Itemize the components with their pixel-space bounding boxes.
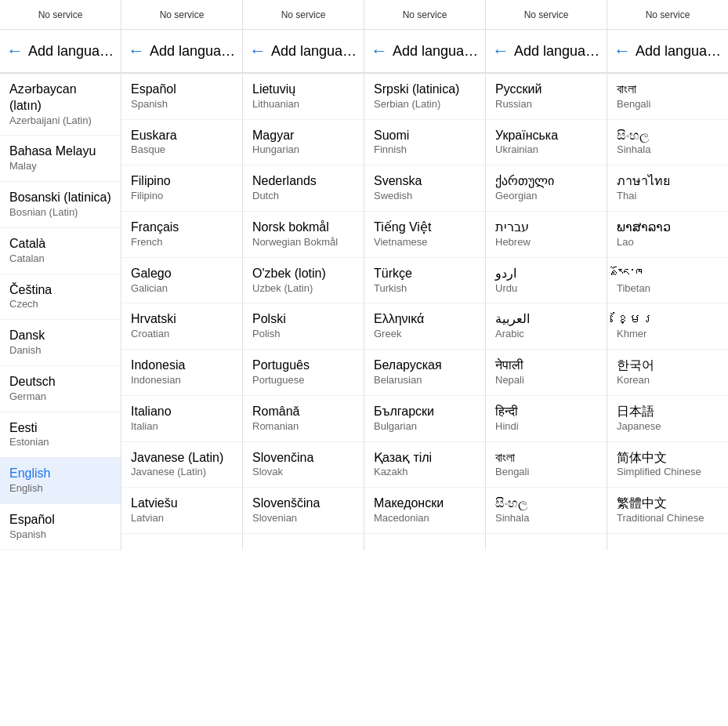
list-item[interactable]: RomânăRomanian: [243, 396, 364, 442]
lang-native-name: Suomi: [374, 128, 476, 144]
lang-native-name: O'zbek (lotin): [252, 266, 354, 282]
lang-native-name: Norsk bokmål: [252, 220, 354, 236]
list-item[interactable]: EnglishEnglish: [0, 458, 121, 504]
lang-english-name: Russian: [495, 98, 597, 111]
list-item[interactable]: PortuguêsPortuguese: [243, 350, 364, 396]
list-item[interactable]: БеларускаяBelarusian: [364, 350, 485, 396]
lang-native-name: Türkçe: [374, 266, 476, 282]
header-cell-1: ←Add language: [121, 30, 243, 72]
list-item[interactable]: O'zbek (lotin)Uzbek (Latin): [243, 258, 364, 304]
lang-english-name: Khmer: [617, 328, 719, 341]
list-item[interactable]: ქართულიGeorgian: [486, 165, 607, 212]
list-item[interactable]: CatalàCatalan: [0, 228, 121, 274]
back-arrow-icon[interactable]: ←: [249, 41, 266, 61]
list-item[interactable]: PolskiPolish: [243, 303, 364, 350]
list-item[interactable]: Javanese (Latin)Javanese (Latin): [121, 442, 242, 488]
list-item[interactable]: اردوUrdu: [486, 258, 607, 304]
lang-native-name: ພາສາລາວ: [617, 220, 719, 236]
list-item[interactable]: Norsk bokmålNorwegian Bokmål: [243, 212, 364, 258]
list-item[interactable]: DanskDanish: [0, 320, 121, 366]
list-item[interactable]: DeutschGerman: [0, 366, 121, 412]
lang-english-name: Simplified Chinese: [617, 466, 719, 479]
list-item[interactable]: MagyarHungarian: [243, 120, 364, 166]
lang-english-name: Hebrew: [495, 236, 597, 249]
lang-english-name: Catalan: [9, 252, 111, 266]
lang-english-name: Estonian: [9, 436, 111, 449]
list-item[interactable]: עבריתHebrew: [486, 212, 607, 258]
lang-native-name: Euskara: [131, 128, 233, 144]
header-title: Add language: [514, 43, 600, 60]
list-item[interactable]: УкраїнськаUkrainian: [486, 120, 607, 166]
lang-english-name: Ukrainian: [495, 143, 597, 157]
list-item[interactable]: नेपालीNepali: [486, 350, 607, 396]
list-item[interactable]: EspañolSpanish: [0, 504, 121, 550]
lang-english-name: Hindi: [495, 420, 597, 434]
list-item[interactable]: EspañolSpanish: [121, 74, 242, 120]
lang-english-name: Urdu: [495, 282, 597, 296]
list-item[interactable]: বাংলাBengali: [486, 442, 607, 488]
lang-english-name: Bosnian (Latin): [9, 206, 111, 220]
list-item[interactable]: IndonesiaIndonesian: [121, 350, 242, 396]
back-arrow-icon[interactable]: ←: [492, 41, 509, 61]
list-item[interactable]: རྫོང་ཁTibetan: [607, 258, 728, 304]
list-item[interactable]: GalegoGalician: [121, 258, 242, 304]
list-item[interactable]: ภาษาไทยThai: [607, 165, 728, 212]
list-item[interactable]: EestiEstonian: [0, 412, 121, 459]
list-item[interactable]: SuomiFinnish: [364, 120, 485, 166]
list-item[interactable]: 한국어Korean: [607, 350, 728, 396]
lang-english-name: Latvian: [131, 512, 233, 525]
list-item[interactable]: العربيةArabic: [486, 303, 607, 350]
list-item[interactable]: NederlandsDutch: [243, 165, 364, 212]
list-item[interactable]: Azərbaycan (latın)Azerbaijani (Latin): [0, 74, 121, 136]
list-item[interactable]: ČeštinaCzech: [0, 274, 121, 321]
lang-native-name: Español: [9, 512, 111, 528]
list-item[interactable]: Srpski (latinica)Serbian (Latin): [364, 74, 485, 120]
list-item[interactable]: EuskaraBasque: [121, 120, 242, 166]
list-item[interactable]: ItalianoItalian: [121, 396, 242, 442]
back-arrow-icon[interactable]: ←: [371, 41, 388, 61]
list-item[interactable]: БългарскиBulgarian: [364, 396, 485, 442]
list-item[interactable]: HrvatskiCroatian: [121, 303, 242, 350]
list-item[interactable]: МакедонскиMacedonian: [364, 488, 485, 534]
header-title: Add language: [271, 43, 357, 60]
list-item[interactable]: 繁體中文Traditional Chinese: [607, 488, 728, 534]
lang-english-name: Galician: [131, 282, 233, 296]
back-arrow-icon[interactable]: ←: [128, 41, 145, 61]
list-item[interactable]: বাংলাBengali: [607, 74, 728, 120]
lang-english-name: Nepali: [495, 374, 597, 387]
list-item[interactable]: LietuviųLithuanian: [243, 74, 364, 120]
lang-column-1: EspañolSpanishEuskaraBasqueFilipinoFilip…: [121, 74, 243, 550]
status-cell-0: No service: [0, 0, 121, 29]
list-item[interactable]: 简体中文Simplified Chinese: [607, 442, 728, 488]
lang-native-name: Català: [9, 236, 111, 252]
lang-native-name: 日本語: [617, 404, 719, 420]
back-arrow-icon[interactable]: ←: [614, 41, 631, 61]
lang-english-name: Slovenian: [252, 512, 354, 525]
status-bar: No serviceNo serviceNo serviceNo service…: [0, 0, 728, 30]
list-item[interactable]: ខ្មែរKhmer: [607, 303, 728, 350]
lang-native-name: Azərbaycan (latın): [9, 82, 111, 114]
list-item[interactable]: සිංහලSinhala: [607, 120, 728, 166]
list-item[interactable]: FilipinoFilipino: [121, 165, 242, 212]
list-item[interactable]: SlovenčinaSlovak: [243, 442, 364, 488]
list-item[interactable]: SvenskaSwedish: [364, 165, 485, 212]
list-item[interactable]: FrançaisFrench: [121, 212, 242, 258]
list-item[interactable]: සිංහලSinhala: [486, 488, 607, 534]
list-item[interactable]: Bosanski (latinica)Bosnian (Latin): [0, 182, 121, 228]
list-item[interactable]: SlovenščinaSlovenian: [243, 488, 364, 534]
list-item[interactable]: TürkçeTurkish: [364, 258, 485, 304]
list-item[interactable]: Қазақ тіліKazakh: [364, 442, 485, 488]
list-item[interactable]: 日本語Japanese: [607, 396, 728, 442]
list-item[interactable]: LatviešuLatvian: [121, 488, 242, 534]
list-item[interactable]: हिन्दीHindi: [486, 396, 607, 442]
list-item[interactable]: ΕλληνικάGreek: [364, 303, 485, 350]
list-item[interactable]: РусскийRussian: [486, 74, 607, 120]
back-arrow-icon[interactable]: ←: [6, 41, 24, 61]
lang-english-name: German: [9, 390, 111, 404]
list-item[interactable]: ພາສາລາວLao: [607, 212, 728, 258]
header-cell-4: ←Add language: [486, 30, 607, 72]
lang-native-name: বাংলা: [617, 82, 719, 98]
lang-native-name: සිංහල: [617, 128, 719, 144]
list-item[interactable]: Tiếng ViệtVietnamese: [364, 212, 485, 258]
list-item[interactable]: Bahasa MelayuMalay: [0, 136, 121, 182]
